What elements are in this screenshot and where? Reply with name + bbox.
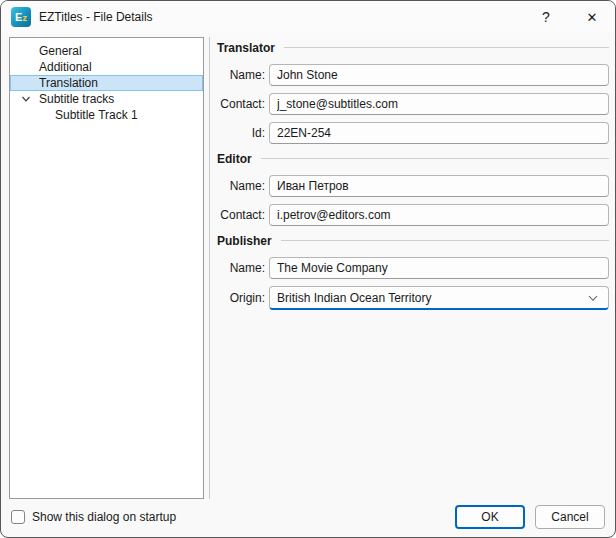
tree-item-label: Additional bbox=[39, 60, 92, 74]
translator-id-input[interactable] bbox=[269, 122, 609, 144]
section-title: Translator bbox=[217, 41, 275, 55]
publisher-section: Publisher Name: Origin: British Indian O… bbox=[217, 233, 609, 310]
tree-item-label: Translation bbox=[39, 76, 98, 90]
field-row: Name: bbox=[217, 64, 609, 86]
section-title: Publisher bbox=[217, 234, 272, 248]
editor-contact-input[interactable] bbox=[269, 204, 609, 226]
translator-section: Translator Name: Contact: Id: bbox=[217, 40, 609, 144]
tree-item-subtitle-tracks[interactable]: Subtitle tracks bbox=[10, 91, 203, 107]
tree-item-subtitle-track-1[interactable]: Subtitle Track 1 bbox=[10, 107, 203, 123]
tree-item-label: Subtitle tracks bbox=[39, 92, 114, 106]
field-label: Contact: bbox=[217, 208, 265, 222]
field-label: Name: bbox=[217, 261, 265, 275]
cancel-button[interactable]: Cancel bbox=[535, 505, 605, 529]
section-header: Editor bbox=[217, 151, 609, 166]
section-divider bbox=[261, 158, 609, 159]
translator-name-input[interactable] bbox=[269, 64, 609, 86]
app-icon-letter-z: z bbox=[22, 14, 27, 23]
field-label: Name: bbox=[217, 179, 265, 193]
field-row: Contact: bbox=[217, 204, 609, 226]
dialog-footer: Show this dialog on startup OK Cancel bbox=[1, 497, 615, 537]
field-row: Name: bbox=[217, 175, 609, 197]
section-header: Publisher bbox=[217, 233, 609, 248]
tree-item-general[interactable]: General bbox=[10, 43, 203, 59]
field-row: Contact: bbox=[217, 93, 609, 115]
section-divider bbox=[281, 240, 609, 241]
section-header: Translator bbox=[217, 40, 609, 55]
translation-details-panel: Translator Name: Contact: Id: Editor bbox=[217, 37, 609, 317]
close-button[interactable]: ✕ bbox=[569, 1, 615, 33]
field-label: Contact: bbox=[217, 97, 265, 111]
editor-name-input[interactable] bbox=[269, 175, 609, 197]
window-title: EZTitles - File Details bbox=[39, 10, 523, 24]
chevron-down-icon[interactable] bbox=[21, 94, 31, 104]
field-label: Id: bbox=[217, 126, 265, 140]
category-tree: General Additional Translation Subtitle … bbox=[9, 37, 204, 499]
ok-button[interactable]: OK bbox=[455, 505, 525, 529]
field-row: Origin: British Indian Ocean Territory bbox=[217, 286, 609, 310]
tree-item-translation[interactable]: Translation bbox=[10, 75, 203, 91]
chevron-down-icon[interactable] bbox=[587, 292, 599, 304]
startup-checkbox-row[interactable]: Show this dialog on startup bbox=[11, 510, 176, 524]
translator-contact-input[interactable] bbox=[269, 93, 609, 115]
field-row: Id: bbox=[217, 122, 609, 144]
field-label: Name: bbox=[217, 68, 265, 82]
section-title: Editor bbox=[217, 152, 252, 166]
tree-item-additional[interactable]: Additional bbox=[10, 59, 203, 75]
field-label: Origin: bbox=[217, 291, 265, 305]
section-divider bbox=[284, 47, 609, 48]
panel-splitter[interactable] bbox=[209, 37, 210, 499]
help-button[interactable]: ? bbox=[523, 1, 569, 33]
origin-selected-value: British Indian Ocean Territory bbox=[277, 291, 432, 305]
editor-section: Editor Name: Contact: bbox=[217, 151, 609, 226]
tree-item-label: Subtitle Track 1 bbox=[55, 108, 138, 122]
dialog-buttons: OK Cancel bbox=[455, 505, 605, 529]
tree-item-label: General bbox=[39, 44, 82, 58]
startup-checkbox-label: Show this dialog on startup bbox=[32, 510, 176, 524]
startup-checkbox[interactable] bbox=[11, 510, 25, 524]
publisher-name-input[interactable] bbox=[269, 257, 609, 279]
app-icon-letter-e: E bbox=[15, 12, 22, 23]
eztitles-app-icon: Ez bbox=[11, 7, 31, 27]
origin-select[interactable]: British Indian Ocean Territory bbox=[269, 286, 609, 310]
field-row: Name: bbox=[217, 257, 609, 279]
file-details-dialog: Ez EZTitles - File Details ? ✕ General A… bbox=[0, 0, 616, 538]
title-bar: Ez EZTitles - File Details ? ✕ bbox=[1, 1, 615, 33]
